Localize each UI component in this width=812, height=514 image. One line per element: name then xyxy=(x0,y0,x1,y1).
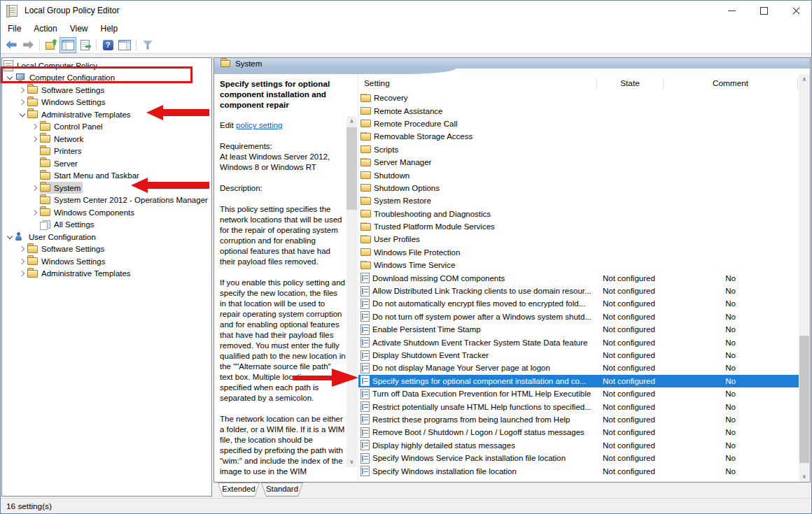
tree-item-administrative-templates[interactable]: Administrative Templates xyxy=(2,268,211,280)
close-button[interactable] xyxy=(780,0,812,21)
tree-item-printers[interactable]: Printers xyxy=(2,145,211,158)
list-row-setting[interactable]: Specify Windows installation file locati… xyxy=(358,464,799,477)
scroll-down-icon[interactable]: ∨ xyxy=(346,459,357,465)
list-row-setting[interactable]: Do not turn off system power after a Win… xyxy=(358,310,799,323)
tree-item-label: Windows Settings xyxy=(41,98,107,106)
column-header-setting[interactable]: Setting xyxy=(358,78,596,88)
list-row-setting[interactable]: Display highly detailed status messagesN… xyxy=(358,439,799,452)
export-list-icon xyxy=(80,40,90,50)
scrollbar-thumb[interactable] xyxy=(346,127,357,210)
tree-item-local-computer-policy[interactable]: Local Computer Policy xyxy=(2,59,211,72)
list-row-folder[interactable]: System Restore xyxy=(358,194,799,207)
list-row-setting[interactable]: Do not display Manage Your Server page a… xyxy=(358,362,799,374)
tab-extended[interactable]: Extended xyxy=(218,483,260,497)
state-cell: Not configured xyxy=(596,351,663,359)
list-row-folder[interactable]: Remote Assistance xyxy=(358,104,799,117)
help-button[interactable] xyxy=(100,38,115,52)
show-action-pane-button[interactable] xyxy=(117,38,132,52)
tree-item-control-panel[interactable]: Control Panel xyxy=(2,121,211,134)
expander-icon[interactable] xyxy=(18,244,27,254)
tree-item-system-center-2012-operations-manager[interactable]: System Center 2012 - Operations Manager xyxy=(2,194,211,207)
expander-icon[interactable] xyxy=(18,269,27,278)
minimize-button[interactable] xyxy=(715,0,748,21)
expander-icon[interactable] xyxy=(30,134,40,144)
description-scrollbar[interactable]: ∧ ∨ xyxy=(346,116,357,467)
expander-icon[interactable] xyxy=(30,183,40,193)
list-row-folder[interactable]: Shutdown xyxy=(358,169,799,181)
forward-button[interactable] xyxy=(20,38,36,52)
comment-cell: No xyxy=(663,313,798,321)
setting-name: Remote Procedure Call xyxy=(374,120,458,128)
tree-item-windows-components[interactable]: Windows Components xyxy=(2,206,211,219)
column-header-comment[interactable]: Comment xyxy=(663,78,798,89)
list-row-folder[interactable]: Scripts xyxy=(358,143,799,156)
expander-icon[interactable] xyxy=(18,85,27,95)
scroll-up-icon[interactable]: ∧ xyxy=(799,76,810,83)
tree-item-network[interactable]: Network xyxy=(2,133,211,145)
maximize-button[interactable] xyxy=(748,0,780,21)
menu-action[interactable]: Action xyxy=(27,22,63,36)
scrollbar-thumb[interactable] xyxy=(799,336,809,463)
back-button[interactable] xyxy=(4,38,19,52)
column-header-state[interactable]: State xyxy=(596,78,663,89)
list-row-folder[interactable]: Shutdown Options xyxy=(358,182,799,194)
tree-item-content: Software Settings xyxy=(27,243,106,255)
tree-item-server[interactable]: Server xyxy=(2,157,211,170)
list-row-folder[interactable]: Recovery xyxy=(358,92,799,104)
expander-icon[interactable] xyxy=(5,73,15,83)
list-row-setting[interactable]: Enable Persistent Time StampNot configur… xyxy=(358,323,799,336)
list-scrollbar[interactable]: ∧ ∨ xyxy=(799,74,810,482)
list-row-folder[interactable]: Remote Procedure Call xyxy=(358,117,799,130)
scroll-down-icon[interactable]: ∨ xyxy=(799,473,810,480)
list-row-folder[interactable]: Trusted Platform Module Services xyxy=(358,220,799,233)
setting-name: Server Manager xyxy=(374,158,431,166)
expander-icon[interactable] xyxy=(30,122,40,131)
menu-help[interactable]: Help xyxy=(94,22,125,36)
list-row-folder[interactable]: Windows Time Service xyxy=(358,259,799,271)
list-row-folder[interactable]: Troubleshooting and Diagnostics xyxy=(358,208,799,220)
scroll-up-icon[interactable]: ∧ xyxy=(346,118,357,124)
tab-standard[interactable]: Standard xyxy=(261,483,303,497)
list-row-setting[interactable]: Specify Windows Service Pack installatio… xyxy=(358,452,799,464)
tree-item-windows-settings[interactable]: Windows Settings xyxy=(2,255,211,268)
list-row-setting[interactable]: Do not automatically encrypt files moved… xyxy=(358,297,799,310)
show-console-tree-button[interactable] xyxy=(60,38,76,52)
list-row-setting[interactable]: Restrict potentially unsafe HTML Help fu… xyxy=(358,400,799,413)
edit-policy-setting-link[interactable]: policy setting xyxy=(236,121,282,129)
tree-item-software-settings[interactable]: Software Settings xyxy=(2,243,211,256)
expander-icon[interactable] xyxy=(18,97,27,107)
up-one-level-button[interactable] xyxy=(43,38,59,52)
list-row-setting[interactable]: Turn off Data Execution Prevention for H… xyxy=(358,387,799,400)
tree-item-content: Windows Settings xyxy=(27,97,107,108)
list-row-setting[interactable]: Display Shutdown Event TrackerNot config… xyxy=(358,349,799,362)
expander-icon[interactable] xyxy=(5,232,15,242)
export-list-button[interactable] xyxy=(77,38,92,52)
expander-icon[interactable] xyxy=(18,110,27,120)
folder-icon xyxy=(40,159,50,167)
menu-file[interactable]: File xyxy=(1,22,27,36)
tree-item-computer-configuration[interactable]: Computer Configuration xyxy=(2,72,211,85)
list-row-setting[interactable]: Remove Boot / Shutdown / Logon / Logoff … xyxy=(358,426,799,438)
tree-item-all-settings[interactable]: All Settings xyxy=(2,219,211,231)
description-label: Description: xyxy=(220,183,351,194)
policy-title: Specify settings for optional component … xyxy=(220,78,345,110)
list-row-folder[interactable]: Windows File Protection xyxy=(358,246,799,259)
list-row-setting[interactable]: Specify settings for optional component … xyxy=(358,375,799,387)
list-row-setting[interactable]: Allow Distributed Link Tracking clients … xyxy=(358,285,799,297)
menu-view[interactable]: View xyxy=(64,22,94,36)
list-row-setting[interactable]: Download missing COM componentsNot confi… xyxy=(358,271,799,284)
filter-button[interactable] xyxy=(140,38,155,52)
expander-icon[interactable] xyxy=(18,257,27,266)
expander-icon[interactable] xyxy=(30,208,40,217)
tree-item-administrative-templates[interactable]: Administrative Templates xyxy=(2,108,211,121)
tree-item-start-menu-and-taskbar[interactable]: Start Menu and Taskbar xyxy=(2,170,211,183)
tree-item-software-settings[interactable]: Software Settings xyxy=(2,84,211,97)
tree-item-system[interactable]: System xyxy=(2,182,211,194)
list-row-setting[interactable]: Activate Shutdown Event Tracker System S… xyxy=(358,336,799,348)
tree-item-user-configuration[interactable]: User Configuration xyxy=(2,231,211,243)
list-row-folder[interactable]: Server Manager xyxy=(358,156,799,169)
list-row-setting[interactable]: Restrict these programs from being launc… xyxy=(358,413,799,426)
tree-item-windows-settings[interactable]: Windows Settings xyxy=(2,97,211,109)
list-row-folder[interactable]: User Profiles xyxy=(358,233,799,245)
list-row-folder[interactable]: Removable Storage Access xyxy=(358,130,799,143)
